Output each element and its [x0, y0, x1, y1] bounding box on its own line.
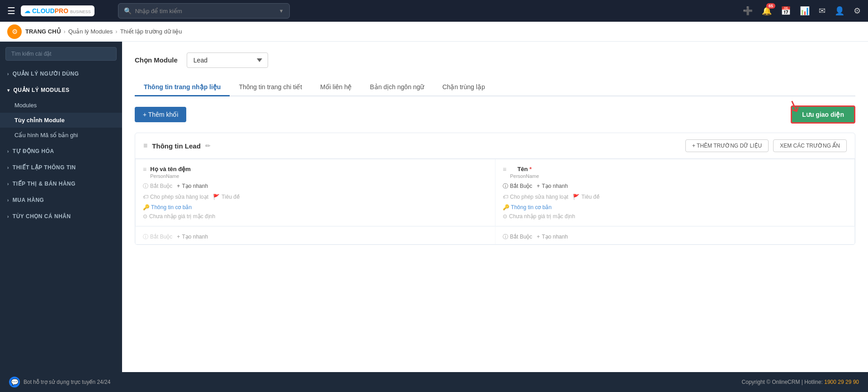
sidebar-group-settings: › THIẾT LẬP THÔNG TIN [0, 160, 122, 175]
messenger-icon[interactable]: 💬 [9, 377, 20, 387]
sidebar-group-purchase-header[interactable]: › MUA HÀNG [0, 192, 122, 208]
sidebar-group-automation-label: TỰ ĐỘNG HÓA [13, 148, 54, 154]
breadcrumb-sep-2: › [115, 28, 117, 35]
field-props-last-name: ⓘ Bắt Buộc + Tạo nhanh [503, 182, 847, 190]
breadcrumb-current: Thiết lập trường dữ liệu [120, 28, 182, 35]
field-prop-required-row2-left[interactable]: ⓘ Bắt Buộc [143, 233, 172, 241]
field-prop-title-last-name[interactable]: 🚩 Tiêu đề [573, 194, 599, 200]
field-prop-required-row2-right[interactable]: ⓘ Bắt Buộc [503, 233, 532, 241]
field-default-first-name: ⊙ Chưa nhập giá trị mặc định [143, 213, 488, 220]
user-icon[interactable]: 👤 [835, 6, 844, 16]
sidebar-group-marketing-header[interactable]: › TIẾP THỊ & BÁN HÀNG [0, 176, 122, 191]
calendar-icon[interactable]: 📅 [781, 6, 791, 16]
section-drag-handle[interactable]: ≡ [143, 142, 147, 150]
footer-hotline[interactable]: 1900 29 29 90 [824, 379, 859, 385]
settings-icon[interactable]: ⚙ [854, 6, 861, 16]
show-hidden-button[interactable]: XEM CÁC TRƯỜNG ẨN [773, 139, 847, 152]
main-content: Chọn Module Lead Contact Account Thông t… [122, 42, 868, 392]
field-cell-row2-right: ⓘ Bắt Buộc + Tạo nhanh [495, 226, 855, 244]
sidebar-group-settings-header[interactable]: › THIẾT LẬP THÔNG TIN [0, 160, 122, 175]
sidebar-group-automation: › TỰ ĐỘNG HÓA [0, 143, 122, 159]
field-prop-bulk-edit-last-name[interactable]: 🏷 Cho phép sửa hàng loạt [503, 194, 568, 200]
flag-icon-2: 🚩 [573, 194, 580, 200]
tab-relationship[interactable]: Mối liên hệ [311, 79, 361, 96]
field-cell-first-name: ≡ Họ và tên đệm PersonName ⓘ Bắt Buộc + … [135, 159, 495, 226]
sidebar-group-users: › QUẢN LÝ NGƯỜI DÙNG [0, 66, 122, 81]
add-block-button[interactable]: + Thêm khối [135, 107, 186, 122]
global-search[interactable]: 🔍 ▼ [118, 3, 290, 19]
field-header-last-name: ≡ Tên * PersonName [503, 166, 847, 179]
section-edit-icon[interactable]: ✏ [205, 142, 211, 149]
tab-input-info[interactable]: Thông tin trang nhập liệu [135, 79, 230, 96]
field-props2-first-name: 🏷 Cho phép sửa hàng loạt 🚩 Tiêu đề [143, 194, 488, 200]
field-prop-quick-create-row2-left[interactable]: + Tạo nhanh [177, 233, 208, 241]
module-label: Chọn Module [135, 56, 178, 64]
tab-detail-info[interactable]: Thông tin trang chi tiết [230, 79, 311, 96]
field-drag-handle-first-name[interactable]: ≡ [143, 166, 146, 173]
field-default-last-name: ⊙ Chưa nhập giá trị mặc định [503, 213, 847, 220]
field-prop-quick-create-first-name[interactable]: + Tạo nhanh [177, 182, 208, 190]
search-input[interactable] [135, 8, 275, 14]
footer-bot-text: Bot hỗ trợ sử dụng trực tuyến 24/24 [24, 379, 110, 385]
mail-icon[interactable]: ✉ [819, 6, 826, 16]
breadcrumb-home[interactable]: TRANG CHỦ [25, 28, 61, 35]
field-header-first-name: ≡ Họ và tên đệm PersonName [143, 166, 488, 179]
field-type-first-name: PersonName [150, 173, 191, 179]
hamburger-menu-icon[interactable]: ☰ [7, 5, 15, 16]
top-navigation: ☰ ☁ CLOUDPRO BUSINESS 🔍 ▼ ➕ 🔔 65 📅 📊 ✉ 👤… [0, 0, 868, 22]
breadcrumb-item-1[interactable]: Quản lý Modules [68, 28, 113, 35]
plus-icon-4: + [537, 234, 540, 240]
info-icon-4: ⓘ [503, 233, 508, 241]
arrow-icon-settings: › [7, 165, 9, 170]
add-icon[interactable]: ➕ [743, 6, 753, 16]
sidebar-group-personal-header[interactable]: › TÙY CHỌN CÁ NHÂN [0, 209, 122, 224]
save-area: ↘ Lưu giao diện [791, 105, 855, 124]
field-prop-bulk-edit-first-name[interactable]: 🏷 Cho phép sửa hàng loạt [143, 194, 208, 200]
sidebar-group-personal: › TÙY CHỌN CÁ NHÂN [0, 209, 122, 224]
arrow-icon-personal: › [7, 214, 9, 219]
logo-cloud-icon: ☁ [24, 8, 30, 14]
sidebar-search[interactable] [5, 47, 117, 61]
sidebar-group-modules-header[interactable]: ▾ QUẢN LÝ MODULES [0, 82, 122, 98]
field-prop-required-first-name[interactable]: ⓘ Bắt Buộc [143, 182, 172, 190]
tab-language[interactable]: Bản dịch ngôn ngữ [361, 79, 433, 96]
sidebar-group-modules: ▾ QUẢN LÝ MODULES Modules Tùy chỉnh Modu… [0, 82, 122, 143]
arrow-icon-marketing: › [7, 182, 9, 186]
search-dropdown-icon[interactable]: ▼ [279, 8, 284, 14]
sidebar-group-marketing: › TIẾP THỊ & BÁN HÀNG [0, 176, 122, 191]
sidebar-item-customize-module[interactable]: Tùy chỉnh Module [0, 113, 122, 128]
plus-icon-3: + [177, 234, 180, 240]
chart-icon[interactable]: 📊 [800, 6, 810, 16]
field-prop-quick-create-last-name[interactable]: + Tạo nhanh [537, 182, 568, 190]
field-drag-handle-last-name[interactable]: ≡ [503, 166, 506, 173]
field-name-area-last-name: Tên * PersonName [510, 166, 539, 179]
fields-grid: ≡ Họ và tên đệm PersonName ⓘ Bắt Buộc + … [135, 159, 855, 244]
sidebar-search-input[interactable] [5, 47, 117, 61]
module-select[interactable]: Lead Contact Account [187, 53, 268, 68]
plus-icon-2: + [537, 183, 540, 189]
field-cell-row2-left: ⓘ Bắt Buộc + Tạo nhanh [135, 226, 495, 244]
sidebar-item-record-code[interactable]: Cấu hình Mã số bản ghi [0, 128, 122, 143]
sidebar: › QUẢN LÝ NGƯỜI DÙNG ▾ QUẢN LÝ MODULES M… [0, 42, 122, 392]
field-prop-title-first-name[interactable]: 🚩 Tiêu đề [213, 194, 240, 200]
nav-icons-group: ➕ 🔔 65 📅 📊 ✉ 👤 ⚙ [743, 6, 861, 16]
footer-copyright: Copyright © OnlineCRM | Hotline: 1900 29… [742, 379, 859, 385]
breadcrumb-sep-1: › [64, 28, 66, 35]
settings-circle-icon[interactable]: ⚙ [7, 24, 22, 39]
info-icon: ⓘ [143, 182, 148, 190]
field-name-area-first-name: Họ và tên đệm PersonName [150, 166, 191, 179]
notification-icon[interactable]: 🔔 65 [762, 6, 772, 16]
field-prop-quick-create-row2-right[interactable]: + Tạo nhanh [537, 233, 568, 241]
sidebar-item-modules[interactable]: Modules [0, 98, 122, 113]
info-icon-3: ⓘ [143, 233, 148, 241]
tab-duplicate[interactable]: Chặn trùng lặp [433, 79, 494, 96]
arrow-icon-automation: › [7, 149, 9, 154]
sidebar-group-automation-header[interactable]: › TỰ ĐỘNG HÓA [0, 143, 122, 159]
notification-badge: 65 [766, 3, 775, 9]
add-field-button[interactable]: + THÊM TRƯỜNG DỮ LIỆU [685, 139, 769, 152]
sidebar-group-users-header[interactable]: › QUẢN LÝ NGƯỜI DÙNG [0, 66, 122, 81]
field-prop-required-last-name[interactable]: ⓘ Bắt Buộc [503, 182, 532, 190]
sidebar-group-modules-label: QUẢN LÝ MODULES [14, 87, 70, 93]
tag-icon: 🏷 [143, 194, 148, 200]
logo-area: ☁ CLOUDPRO BUSINESS [21, 5, 94, 16]
